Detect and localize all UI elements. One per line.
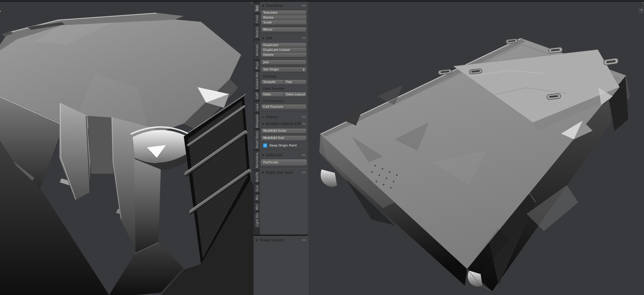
tool-shelf: Tool Creat Relatio Animati Physi Grease …: [254, 2, 308, 235]
open-sidebar-plus-icon[interactable]: +: [639, 8, 644, 13]
panel-drag-grip-icon[interactable]: [302, 171, 306, 173]
shading-label: Shading:: [260, 75, 308, 78]
collapse-icon: ▼: [256, 239, 258, 241]
panel-header-multi-edit[interactable]: ▼ Multiple Objects Editing: [260, 121, 308, 126]
tab-renombra[interactable]: Renombra: [254, 151, 260, 170]
panel-drag-grip-icon[interactable]: [302, 5, 306, 7]
panel-drag-grip-icon[interactable]: [302, 154, 306, 156]
tab-sculpt[interactable]: Scul: [254, 184, 260, 193]
panel-separator: [261, 112, 307, 112]
3d-model-right: [308, 2, 644, 295]
collapse-icon: ▼: [262, 154, 264, 156]
collapse-icon: ▼: [262, 4, 264, 7]
translate-button[interactable]: Translate: [261, 10, 307, 15]
tab-asset-sketcher[interactable]: Asset Sketc: [254, 130, 260, 150]
panel-drag-grip-icon[interactable]: [302, 37, 306, 39]
panel-header-history[interactable]: ► History: [260, 114, 308, 119]
3d-viewport-right[interactable]: +: [308, 2, 644, 295]
tab-light-studio[interactable]: Light Stu: [254, 212, 260, 228]
collapse-icon: ▼: [262, 171, 264, 174]
tab-animation[interactable]: Animati: [254, 40, 260, 60]
tab-create[interactable]: Creat: [254, 14, 260, 24]
tab-mirror[interactable]: Mirr: [254, 202, 260, 211]
data-button[interactable]: Data: [261, 92, 284, 97]
tab-grease-pencil[interactable]: Grease Pen: [254, 71, 260, 90]
tool-shelf-panel: ▼ Transform Translate Rotate Scale Mirro…: [260, 2, 308, 235]
fastscale-button[interactable]: FastScale: [261, 159, 307, 165]
panel-drag-grip-icon[interactable]: [302, 116, 306, 118]
shade-smooth-button[interactable]: Smooth: [261, 79, 284, 85]
collapse-icon: ▼: [262, 37, 264, 39]
menubar-edge-divider: [168, 0, 168, 1]
mirror-button[interactable]: Mirror: [261, 27, 307, 32]
3d-viewport-left[interactable]: +: [0, 2, 254, 295]
panel-separator: [261, 34, 307, 35]
tab-layers[interactable]: Laye: [254, 101, 260, 112]
tab-gaffer[interactable]: Gaff: [254, 91, 260, 100]
data-layout-button[interactable]: Data Layout: [284, 92, 307, 97]
panel-header-rigify[interactable]: ▼ Rigify Dev Tools: [260, 170, 308, 175]
keep-origin-label: Keep Origin Point: [270, 144, 297, 147]
tab-retopology[interactable]: Retopolo: [254, 114, 260, 128]
shade-flat-button[interactable]: Flat: [284, 79, 307, 85]
multiedit-enter-button[interactable]: MultiEdit Enter: [261, 128, 307, 134]
operator-redo-panel: ▼ Shade Smooth: [254, 235, 308, 295]
collapsed-icon: ►: [262, 116, 264, 118]
tab-misc[interactable]: Mis: [254, 194, 260, 201]
cell-fracture-button[interactable]: Cell Fracture: [261, 104, 307, 110]
menubar-edge-divider: [181, 0, 181, 1]
duplicate-button[interactable]: Duplicate: [261, 42, 307, 48]
collapse-icon: ▼: [262, 122, 264, 125]
tab-booltool[interactable]: BoolTo: [254, 171, 260, 183]
menubar-edge-divider: [186, 0, 186, 1]
menubar-edge-divider: [171, 0, 172, 1]
panel-header-edit[interactable]: ▼ Edit: [260, 36, 308, 40]
panel-drag-grip-icon[interactable]: [302, 239, 306, 241]
delete-button[interactable]: Delete: [261, 52, 307, 57]
tab-physics[interactable]: Physi: [254, 61, 260, 70]
panel-separator: [261, 167, 307, 168]
join-button[interactable]: Join: [261, 60, 307, 65]
dropdown-updown-icon: [303, 68, 305, 71]
tool-shelf-tabs: Tool Creat Relatio Animati Physi Grease …: [254, 2, 260, 235]
tab-tool[interactable]: Tool: [254, 4, 260, 13]
panel-drag-grip-icon[interactable]: [302, 123, 306, 125]
keep-origin-checkbox[interactable]: ✓: [263, 143, 267, 148]
menubar-edge-divider: [442, 0, 442, 1]
multiedit-exit-button[interactable]: MultiEdit Exit: [261, 135, 307, 141]
panel-header-transform[interactable]: ▼ Transform: [260, 3, 308, 8]
data-transfer-label: Data Transfer:: [260, 87, 308, 91]
panel-separator: [261, 150, 307, 151]
set-origin-dropdown[interactable]: Set Origin: [261, 67, 307, 72]
panel-header-shade-smooth[interactable]: ▼ Shade Smooth: [254, 238, 308, 243]
3d-model-left: [0, 2, 254, 295]
scale-button[interactable]: Scale: [261, 20, 307, 25]
duplicate-linked-button[interactable]: Duplicate Linked: [261, 48, 307, 52]
panel-header-fastscale[interactable]: ▼ FastScale: [260, 153, 308, 157]
rotate-button[interactable]: Rotate: [261, 15, 307, 20]
cell-fracture-label: Cell Fracture:: [260, 99, 308, 103]
tab-relations[interactable]: Relatio: [254, 25, 260, 39]
